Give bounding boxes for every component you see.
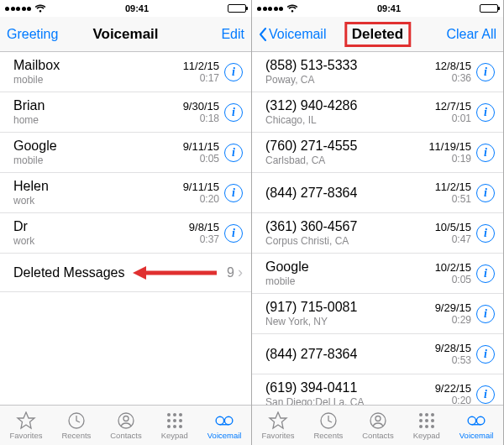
voicemail-icon xyxy=(466,411,486,430)
tab-label: Recents xyxy=(313,431,343,440)
info-button[interactable]: i xyxy=(476,385,495,404)
info-button[interactable]: i xyxy=(476,264,495,283)
info-button[interactable]: i xyxy=(476,103,495,122)
info-button[interactable]: i xyxy=(476,224,495,243)
info-button[interactable]: i xyxy=(224,184,243,202)
row-sub: home xyxy=(13,114,183,126)
row-date: 9/22/15 xyxy=(435,382,471,395)
voicemail-row[interactable]: (619) 394-0411San Diego:Del La, CA9/22/1… xyxy=(252,374,503,405)
voicemail-row[interactable]: (858) 513-5333Poway, CA12/8/150:36i xyxy=(252,52,503,92)
voicemail-row[interactable]: Drwork9/8/150:37i xyxy=(0,213,251,254)
row-date: 11/2/15 xyxy=(183,60,219,73)
tab-label: Favorites xyxy=(261,431,294,440)
voicemail-row[interactable]: (844) 277-83649/28/150:53i xyxy=(252,334,503,374)
info-button[interactable]: i xyxy=(476,144,495,162)
phone-voicemail: 09:41 Greeting Voicemail Edit Mailboxmob… xyxy=(0,0,252,445)
info-button[interactable]: i xyxy=(476,63,495,81)
row-sub: work xyxy=(13,235,189,247)
tab-voicemail[interactable]: Voicemail xyxy=(459,411,494,440)
edit-button[interactable]: Edit xyxy=(221,27,244,42)
row-sub: Poway, CA xyxy=(265,74,435,86)
arrow-annotation-icon xyxy=(133,264,217,281)
tab-label: Keypad xyxy=(413,431,440,440)
voicemail-row[interactable]: (760) 271-4555Carlsbad, CA11/19/150:19i xyxy=(252,133,503,173)
voicemail-row[interactable]: Mailboxmobile11/2/150:17i xyxy=(0,52,251,92)
row-date: 12/7/15 xyxy=(435,100,471,113)
row-duration: 0:20 xyxy=(183,193,219,205)
row-date: 9/11/15 xyxy=(183,140,219,154)
chevron-left-icon xyxy=(259,28,267,41)
tab-label: Contacts xyxy=(110,431,142,440)
voicemail-row[interactable]: (312) 940-4286Chicago, IL12/7/150:01i xyxy=(252,92,503,133)
wifi-icon xyxy=(286,4,298,13)
greeting-button[interactable]: Greeting xyxy=(7,27,58,42)
info-button[interactable]: i xyxy=(476,184,495,202)
tab-recents[interactable]: Recents xyxy=(61,411,91,440)
voicemail-list: Mailboxmobile11/2/150:17iBrianhome9/30/1… xyxy=(0,52,251,405)
tab-label: Recents xyxy=(61,431,91,440)
info-button[interactable]: i xyxy=(476,345,495,364)
row-date: 9/29/15 xyxy=(435,301,471,315)
row-sub: mobile xyxy=(265,275,435,287)
row-duration: 0:47 xyxy=(435,233,471,245)
star-icon xyxy=(16,411,36,430)
row-duration: 0:18 xyxy=(183,113,219,124)
deleted-label: Deleted Messages xyxy=(13,265,125,280)
clear-all-button[interactable]: Clear All xyxy=(446,27,496,42)
row-date: 9/28/15 xyxy=(435,342,471,355)
tab-contacts[interactable]: Contacts xyxy=(110,411,142,440)
tab-contacts[interactable]: Contacts xyxy=(362,411,394,440)
chevron-right-icon: › xyxy=(238,264,243,281)
status-bar: 09:41 xyxy=(252,0,503,17)
row-duration: 0:19 xyxy=(428,153,471,165)
row-date: 9/8/15 xyxy=(189,221,219,234)
row-duration: 0:36 xyxy=(435,72,471,84)
tab-label: Voicemail xyxy=(459,431,494,440)
info-button[interactable]: i xyxy=(224,103,243,122)
voicemail-icon xyxy=(214,411,234,430)
row-sub: Corpus Christi, CA xyxy=(265,235,435,247)
row-sub: work xyxy=(13,195,183,207)
clock-icon xyxy=(66,411,87,430)
signal-dots-icon xyxy=(5,7,31,11)
tab-recents[interactable]: Recents xyxy=(313,411,343,440)
row-sub: Carlsbad, CA xyxy=(265,154,428,166)
info-button[interactable]: i xyxy=(476,305,495,323)
svg-point-5 xyxy=(216,416,223,424)
back-button[interactable]: Voicemail xyxy=(259,27,326,42)
deleted-messages-row[interactable]: Deleted Messages9› xyxy=(0,254,251,292)
info-button[interactable]: i xyxy=(224,144,243,162)
row-date: 10/5/15 xyxy=(435,221,471,234)
nav-title: Deleted xyxy=(344,22,411,47)
svg-point-6 xyxy=(225,416,233,424)
tab-favorites[interactable]: Favorites xyxy=(261,411,294,440)
row-sub: mobile xyxy=(13,74,183,86)
voicemail-row[interactable]: (361) 360-4567Corpus Christi, CA10/5/150… xyxy=(252,213,503,254)
voicemail-row[interactable]: Helenwork9/11/150:20i xyxy=(0,173,251,213)
info-button[interactable]: i xyxy=(224,224,243,243)
row-date: 9/30/15 xyxy=(183,100,219,113)
row-name: Helen xyxy=(13,178,183,194)
row-sub: Chicago, IL xyxy=(265,114,435,126)
contact-icon xyxy=(368,411,388,430)
tab-keypad[interactable]: Keypad xyxy=(413,411,440,440)
voicemail-row[interactable]: Googlemobile10/2/150:05i xyxy=(252,254,503,294)
row-name: Brian xyxy=(13,97,183,113)
tab-voicemail[interactable]: Voicemail xyxy=(207,411,242,440)
phone-deleted: 09:41 Voicemail Deleted Clear All (858) … xyxy=(252,0,504,445)
status-bar: 09:41 xyxy=(0,0,251,17)
tab-label: Contacts xyxy=(362,431,394,440)
info-button[interactable]: i xyxy=(224,63,243,81)
tab-bar: FavoritesRecentsContactsKeypadVoicemail xyxy=(252,405,503,445)
voicemail-row[interactable]: (917) 715-0081New York, NY9/29/150:29i xyxy=(252,294,503,334)
tab-keypad[interactable]: Keypad xyxy=(161,411,188,440)
row-duration: 0:01 xyxy=(435,113,471,124)
tab-label: Voicemail xyxy=(207,431,242,440)
row-date: 11/2/15 xyxy=(435,181,471,194)
tab-favorites[interactable]: Favorites xyxy=(9,411,42,440)
row-duration: 0:17 xyxy=(183,72,219,84)
voicemail-row[interactable]: (844) 277-836411/2/150:51i xyxy=(252,173,503,213)
voicemail-row[interactable]: Googlemobile9/11/150:05i xyxy=(0,133,251,173)
row-duration: 0:51 xyxy=(435,193,471,205)
voicemail-row[interactable]: Brianhome9/30/150:18i xyxy=(0,92,251,133)
